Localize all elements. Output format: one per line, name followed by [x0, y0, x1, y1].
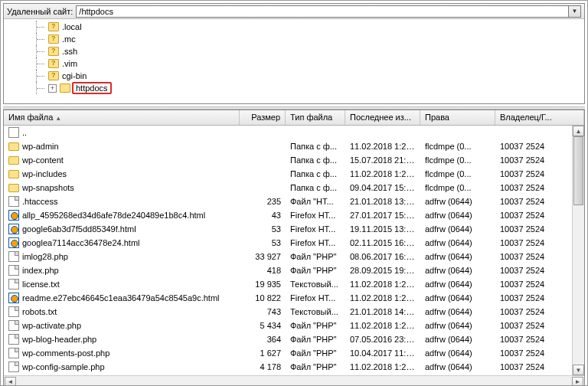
folder-icon [8, 170, 19, 178]
file-row[interactable]: imlog28.php33 927Файл "PHP"08.06.2017 16… [4, 250, 584, 263]
firefox-icon [8, 293, 19, 303]
cell-date: 19.11.2015 13:2... [345, 224, 420, 234]
file-row[interactable]: .. [4, 126, 584, 139]
cell-type: Папка с ф... [286, 169, 345, 178]
remote-path-bar: Удаленный сайт: /httpdocs ▼ [4, 4, 584, 19]
scroll-down-icon[interactable]: ▼ [573, 365, 584, 375]
folder-icon [60, 83, 70, 93]
file-row[interactable]: wp-comments-post.php1 627Файл "PHP"10.04… [4, 346, 584, 360]
file-row[interactable]: license.txt19 935Текстовый...11.02.2018 … [4, 277, 584, 291]
cell-date: 27.01.2017 15:2... [345, 211, 420, 220]
tree-item[interactable]: cgi-bin [4, 70, 584, 82]
file-row[interactable]: wp-contentПапка с ф...15.07.2018 21:4...… [4, 153, 584, 167]
remote-path-input[interactable]: /httpdocs [76, 5, 569, 18]
folder-tree[interactable]: .local.mc.ssh.vimcgi-bin+httpdocs [4, 19, 584, 103]
cell-perm: adfrw (0644) [420, 307, 495, 316]
scroll-right-icon[interactable]: ► [572, 377, 583, 387]
cell-size: 1 627 [240, 348, 286, 358]
cell-size: 10 822 [240, 293, 286, 303]
cell-owner: 10037 2524 [495, 307, 584, 316]
file-row[interactable]: wp-snapshotsПапка с ф...09.04.2017 15:0.… [4, 181, 584, 195]
cell-type: Firefox HT... [286, 211, 345, 220]
folder-icon [8, 184, 19, 192]
cell-owner: 10037 2524 [495, 197, 584, 206]
cell-date: 02.11.2015 16:2... [345, 238, 420, 247]
file-row[interactable]: wp-activate.php5 434Файл "PHP"11.02.2018… [4, 319, 584, 332]
file-row[interactable]: robots.txt743Текстовый...21.01.2018 14:2… [4, 305, 584, 319]
file-name: wp-admin [22, 142, 59, 151]
file-icon [8, 251, 19, 262]
cell-date: 21.01.2018 13:0... [345, 197, 420, 206]
column-date[interactable]: Последнее из... [345, 110, 420, 125]
column-size[interactable]: Размер [240, 110, 286, 125]
cell-type: Файл "PHP" [286, 252, 345, 261]
column-permissions[interactable]: Права [420, 110, 495, 125]
cell-date: 28.09.2015 19:1... [345, 266, 420, 275]
file-name: .htaccess [22, 197, 57, 206]
cell-size: 235 [240, 197, 286, 206]
file-row[interactable]: wp-config-sample.php4 178Файл "PHP"11.02… [4, 360, 584, 374]
cell-date: 09.04.2017 15:0... [345, 183, 420, 192]
cell-owner: 10037 2524 [495, 238, 584, 247]
cell-size: 4 178 [240, 362, 286, 371]
file-row[interactable]: index.php418Файл "PHP"28.09.2015 19:1...… [4, 263, 584, 277]
horizontal-scrollbar[interactable]: ◄ ► [4, 375, 584, 386]
expand-icon[interactable]: + [48, 84, 57, 93]
parent-dir-icon [8, 127, 19, 138]
file-row[interactable]: .htaccess235Файл "HT...21.01.2018 13:0..… [4, 195, 584, 208]
file-row[interactable]: wp-config.php4 585Файл "PHP"30.11.2017 2… [4, 374, 584, 375]
file-icon [8, 196, 19, 207]
cell-date: 21.01.2018 14:2... [345, 307, 420, 316]
file-name: wp-activate.php [22, 321, 81, 330]
tree-item[interactable]: .ssh [4, 45, 584, 57]
cell-type: Папка с ф... [286, 155, 345, 165]
cell-owner: 10037 2524 [495, 266, 584, 275]
scroll-left-icon[interactable]: ◄ [5, 377, 16, 387]
file-name: readme.e27ebc46645c1eaa36479a54c8545a9c.… [22, 293, 220, 303]
file-row[interactable]: googlea7114acc36478e24.html53Firefox HT.… [4, 236, 584, 250]
cell-perm: adfrw (0644) [420, 224, 495, 234]
file-row[interactable]: readme.e27ebc46645c1eaa36479a54c8545a9c.… [4, 291, 584, 305]
file-icon [8, 348, 19, 358]
column-owner[interactable]: Владелец/Г... [495, 110, 584, 125]
folder-icon [48, 71, 59, 80]
cell-perm: flcdmpe (0... [420, 183, 495, 192]
cell-type: Файл "PHP" [286, 335, 345, 344]
file-row[interactable]: google6ab3d7f5dd85349f.html53Firefox HT.… [4, 222, 584, 236]
cell-owner: 10037 2524 [495, 280, 584, 289]
tree-item[interactable]: .vim [4, 57, 584, 70]
cell-size: 743 [240, 307, 286, 316]
cell-owner: 10037 2524 [495, 348, 584, 358]
scroll-thumb[interactable] [573, 136, 583, 205]
cell-type: Файл "HT... [286, 197, 345, 206]
cell-perm: flcdmpe (0... [420, 142, 495, 151]
file-row[interactable]: wp-includesПапка с ф...11.02.2018 1:21..… [4, 167, 584, 181]
cell-perm: flcdmpe (0... [420, 169, 495, 178]
tree-item-label: cgi-bin [60, 71, 88, 80]
scroll-up-icon[interactable]: ▲ [573, 126, 584, 136]
remote-site-label: Удаленный сайт: [7, 7, 73, 16]
file-row[interactable]: wp-blog-header.php364Файл "PHP"07.05.201… [4, 332, 584, 346]
cell-owner: 10037 2524 [495, 224, 584, 234]
file-name: googlea7114acc36478e24.html [22, 238, 140, 247]
file-name: wp-comments-post.php [22, 348, 109, 358]
cell-date: 11.02.2018 1:21... [345, 142, 420, 151]
path-dropdown-button[interactable]: ▼ [569, 5, 581, 18]
cell-owner: 10037 2524 [495, 252, 584, 261]
column-name[interactable]: Имя файла▲ [4, 110, 240, 125]
cell-type: Файл "PHP" [286, 266, 345, 275]
folder-icon [48, 47, 59, 56]
cell-type: Файл "PHP" [286, 321, 345, 330]
file-name: wp-blog-header.php [22, 335, 96, 344]
cell-type: Firefox HT... [286, 238, 345, 247]
tree-item[interactable]: +httpdocs [4, 82, 584, 94]
cell-date: 08.06.2017 16:3... [345, 252, 420, 261]
cell-size: 53 [240, 238, 286, 247]
tree-item[interactable]: .local [4, 21, 584, 33]
vertical-scrollbar[interactable]: ▲ ▼ [572, 126, 584, 375]
file-rows[interactable]: ..wp-adminПапка с ф...11.02.2018 1:21...… [4, 126, 584, 375]
file-row[interactable]: wp-adminПапка с ф...11.02.2018 1:21...fl… [4, 139, 584, 153]
tree-item[interactable]: .mc [4, 33, 584, 45]
file-row[interactable]: allp_4595268ed34d6afe78de240489e1b8c4.ht… [4, 208, 584, 222]
column-type[interactable]: Тип файла [286, 110, 345, 125]
